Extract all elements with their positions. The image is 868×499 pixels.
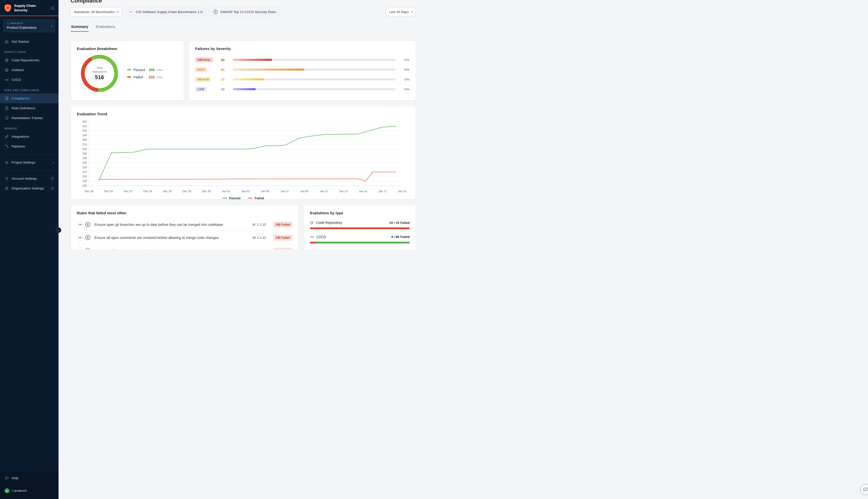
- card-title: Evaluation Trend: [77, 112, 410, 116]
- failed-label: Failed: [133, 75, 146, 79]
- svg-text:270: 270: [82, 143, 87, 146]
- rule-row[interactable]: CIS Ensure verifying signed commits of n…: [77, 244, 293, 250]
- failed-unit: rules: [157, 76, 163, 78]
- evaluation-donut: Total evaluations 516: [81, 55, 118, 92]
- severity-row: CRITICAL 50 24%: [195, 57, 410, 62]
- chevron-right-icon: ›: [51, 23, 52, 28]
- sidebar-item-integrations[interactable]: Integrations: [0, 132, 59, 142]
- svg-text:Jan 19: Jan 19: [398, 190, 406, 193]
- summary-content: Evaluation Breakdown Total evaluations 5…: [71, 41, 416, 250]
- divider: [4, 154, 54, 155]
- svg-text:Jan 07: Jan 07: [281, 190, 289, 193]
- sidebar-item-label: Compliance: [12, 97, 29, 100]
- severity-count: 39: [221, 78, 233, 82]
- sidebar-item-artifacts[interactable]: Artifacts: [0, 65, 59, 75]
- type-status: 4 / 66 Failed: [391, 235, 410, 239]
- sidebar-item-label: Code Repositories: [12, 59, 39, 62]
- rule-row[interactable]: CIS Ensure all open comments are resolve…: [77, 231, 293, 244]
- svg-text:Jan 15: Jan 15: [359, 190, 367, 193]
- module-grid-icon[interactable]: [50, 6, 54, 10]
- owasp-chip[interactable]: OWASP Top 10 CI/CD Security Risks: [209, 7, 280, 16]
- sidebar-item-organization-settings[interactable]: Organization Settings: [0, 183, 59, 193]
- sidebar-item-label: Remediation Tracker: [12, 116, 43, 120]
- breakdown-legend: Passed 306 rules Failed 210 rules: [127, 64, 163, 82]
- severity-percent: 44%: [400, 68, 410, 71]
- trend-legend-item: Passed: [223, 196, 240, 200]
- cis-benchmark-chip[interactable]: CIS CIS Software Supply Chain Benchmarks…: [125, 7, 206, 16]
- failed-count-badge: 240 Failed: [273, 235, 293, 241]
- database-icon: [310, 221, 314, 224]
- project-eyebrow-label: PROJECT: [11, 22, 23, 25]
- failed-dash: [127, 76, 131, 78]
- svg-text:230: 230: [82, 161, 87, 164]
- svg-text:Dec 20: Dec 20: [104, 190, 113, 193]
- chevron-right-icon: ›: [53, 160, 54, 164]
- sidebar-collapse-handle[interactable]: ‹: [56, 227, 61, 233]
- standards-filter-dropdown[interactable]: Standards: All Benchmarks ▾: [71, 7, 122, 16]
- failed-value: 210: [149, 75, 154, 79]
- cis-icon: CIS: [77, 247, 83, 250]
- tab-evaluations[interactable]: Evaluations: [95, 23, 116, 32]
- sidebar-item-label: Artifacts: [12, 68, 24, 72]
- cis-icon: CIS: [77, 221, 83, 228]
- owasp-icon: [85, 247, 91, 250]
- compliance-document-icon: [4, 96, 9, 100]
- svg-text:190: 190: [82, 179, 87, 182]
- sidebar-item-compliance[interactable]: Compliance: [0, 94, 59, 103]
- sidebar-item-cicd[interactable]: CI/CD: [0, 75, 59, 85]
- sidebar-item-project-settings[interactable]: Project Settings ›: [0, 158, 59, 167]
- severity-row: LOW 29 14%: [195, 87, 410, 92]
- tab-summary[interactable]: Summary: [71, 23, 89, 32]
- section-manage: MANAGE: [0, 123, 59, 132]
- sidebar-item-code-repositories[interactable]: Code Repositories: [0, 55, 59, 65]
- rule-row[interactable]: CIS Ensure open git branches are up to d…: [77, 218, 293, 231]
- sidebar-item-label: Project Settings: [12, 161, 35, 164]
- rule-text: Ensure open git branches are up to date …: [95, 223, 249, 227]
- info-icon[interactable]: [51, 187, 54, 190]
- project-selector[interactable]: PROJECT Product Exploratory ›: [3, 20, 55, 32]
- sidebar-item-get-started[interactable]: Get Started: [0, 37, 59, 47]
- donut-center: Total evaluations 516: [85, 59, 114, 88]
- sidebar-item-pipelines[interactable]: Pipelines: [0, 142, 59, 151]
- svg-text:320: 320: [82, 120, 87, 123]
- passed-unit: rules: [157, 68, 163, 71]
- sidebar-item-label: Organization Settings: [12, 187, 44, 190]
- info-icon[interactable]: [51, 177, 54, 180]
- sidebar-item-rule-definitions[interactable]: Rule Definitions: [0, 103, 59, 113]
- failed-count-badge: 240 Failed: [273, 248, 293, 250]
- chip-label: OWASP Top 10 CI/CD Security Risks: [220, 10, 276, 14]
- gear-icon: [4, 160, 9, 165]
- chevron-down-icon: ▾: [117, 10, 119, 14]
- type-status: 10 / 10 Failed: [389, 221, 410, 224]
- svg-text:Dec 22: Dec 22: [124, 190, 133, 193]
- svg-text:210: 210: [82, 170, 87, 173]
- date-range-dropdown[interactable]: Last 30 Days ▾: [386, 7, 416, 16]
- page-title-container: Compliance: [71, 0, 416, 4]
- svg-text:Dec 30: Dec 30: [202, 190, 211, 193]
- owasp-icon: [85, 221, 91, 228]
- rule-text: Ensure all open comments are resolved be…: [95, 236, 249, 240]
- failures-by-severity-card: Failures by Severity CRITICAL 50 24% HIG…: [189, 41, 416, 100]
- supply-chain-security-logo-icon: [4, 4, 12, 12]
- svg-text:260: 260: [82, 147, 87, 150]
- project-name: Product Exploratory: [7, 26, 48, 29]
- svg-text:280: 280: [82, 138, 87, 141]
- severity-badge-medium: MEDIUM: [195, 77, 211, 82]
- legend-label: Passed: [229, 196, 240, 200]
- chevron-down-icon: ▾: [411, 10, 413, 14]
- card-title: Evalutions by type: [310, 211, 410, 215]
- svg-text:Dec 26: Dec 26: [163, 190, 172, 193]
- owasp-icon: [85, 234, 91, 241]
- svg-text:Jan 01: Jan 01: [222, 190, 230, 193]
- database-icon: [4, 58, 9, 62]
- evaluations-by-type-card: Evalutions by type Code Repository 10 / …: [303, 205, 416, 250]
- cis-icon: CIS: [77, 234, 83, 241]
- sidebar-item-remediation-tracker[interactable]: Remediation Tracker: [0, 113, 59, 123]
- svg-text:Jan 13: Jan 13: [339, 190, 348, 193]
- sidebar-item-account-settings[interactable]: Account Settings: [0, 174, 59, 183]
- people-icon: [4, 186, 9, 191]
- severity-bar: [233, 59, 396, 61]
- trend-legend: Passed Failed: [77, 196, 410, 200]
- svg-text:Jan 03: Jan 03: [241, 190, 250, 193]
- type-label: CI/CD: [317, 235, 326, 239]
